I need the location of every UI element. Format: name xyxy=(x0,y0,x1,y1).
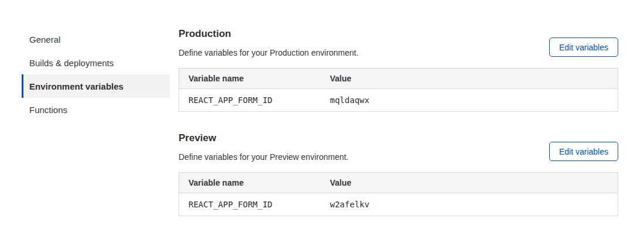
variable-name-cell: REACT_APP_FORM_ID xyxy=(179,193,321,216)
table-header-row: Variable name Value xyxy=(179,69,618,89)
settings-sidebar: General Builds & deployments Environment… xyxy=(22,28,170,121)
sidebar-item-builds-deployments[interactable]: Builds & deployments xyxy=(22,51,170,74)
variable-name-column-header: Variable name xyxy=(179,69,321,89)
sidebar-item-general[interactable]: General xyxy=(22,28,170,51)
production-variables-table: Variable name Value REACT_APP_FORM_ID mq… xyxy=(179,68,618,112)
variable-name-column-header: Variable name xyxy=(179,173,321,193)
value-column-header: Value xyxy=(321,173,618,193)
value-column-header: Value xyxy=(321,69,618,89)
production-edit-variables-button[interactable]: Edit variables xyxy=(549,37,618,57)
preview-section: Preview Define variables for your Previe… xyxy=(179,132,618,216)
variable-name-cell: REACT_APP_FORM_ID xyxy=(179,89,321,112)
variable-value-cell: w2afelkv xyxy=(321,193,618,216)
table-row: REACT_APP_FORM_ID mqldaqwx xyxy=(179,89,618,112)
production-section: Production Define variables for your Pro… xyxy=(179,28,618,112)
preview-variables-table: Variable name Value REACT_APP_FORM_ID w2… xyxy=(179,172,618,216)
table-row: REACT_APP_FORM_ID w2afelkv xyxy=(179,193,618,216)
sidebar-item-environment-variables[interactable]: Environment variables xyxy=(22,74,170,98)
preview-edit-variables-button[interactable]: Edit variables xyxy=(549,142,618,161)
sidebar-item-functions[interactable]: Functions xyxy=(22,98,170,121)
environment-variables-panel: Production Define variables for your Pro… xyxy=(179,28,618,216)
variable-value-cell: mqldaqwx xyxy=(321,89,618,112)
table-header-row: Variable name Value xyxy=(179,173,618,193)
